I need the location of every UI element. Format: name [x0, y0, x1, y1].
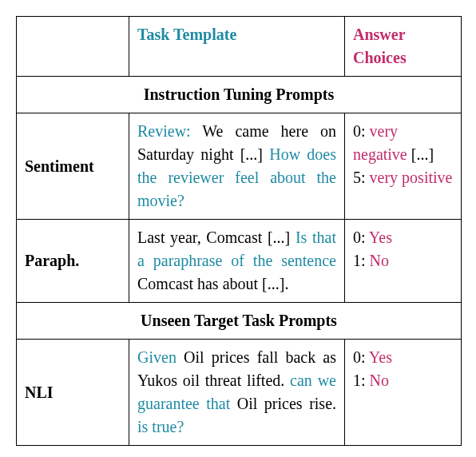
- section-title: Unseen Target Task Prompts: [17, 303, 461, 339]
- answer-index: 0:: [353, 228, 369, 246]
- answer-index: 5:: [353, 169, 370, 186]
- row-label-nli: NLI: [17, 340, 129, 445]
- answer-choice: 5: very positive: [353, 166, 453, 189]
- template-text: Last year, Comcast [...]: [137, 228, 296, 246]
- section-unseen-target: Unseen Target Task Prompts: [17, 302, 461, 339]
- answer-text: No: [370, 372, 389, 389]
- answer-text: Yes: [369, 228, 392, 246]
- template-text: Review:: [137, 122, 191, 140]
- template-text: Oil prices rise.: [230, 395, 336, 412]
- template-text: Comcast has about [...].: [137, 275, 288, 292]
- answer-choice: 0: Yes: [353, 226, 453, 249]
- row-label-paraph: Paraph.: [17, 220, 129, 302]
- row-label-sentiment: Sentiment: [17, 113, 129, 219]
- answer-index: 0:: [353, 348, 369, 366]
- answer-choice: 0: very negative [...]: [353, 120, 453, 166]
- answer-index: 0:: [353, 122, 370, 140]
- answer-ellipsis: [...]: [407, 145, 434, 163]
- header-answer-choices: Answer Choices: [344, 17, 461, 76]
- section-title: Instruction Tuning Prompts: [17, 77, 461, 113]
- answer-text: Yes: [369, 348, 392, 366]
- row-paraph: Paraph. Last year, Comcast [...] Is that…: [17, 219, 461, 302]
- task-template-paraph: Last year, Comcast [...] Is that a parap…: [129, 220, 344, 302]
- task-template-sentiment: Review: We came here on Saturday night […: [129, 113, 344, 219]
- task-template-nli: Given Oil prices fall back as Yukos oil …: [129, 340, 344, 445]
- section-instruction-tuning: Instruction Tuning Prompts: [17, 76, 461, 113]
- answer-text: No: [370, 252, 389, 269]
- header-blank: [17, 17, 129, 76]
- answer-text: very positive: [370, 169, 453, 186]
- answer-index: 1:: [353, 252, 370, 269]
- header-row: Task Template Answer Choices: [17, 17, 461, 76]
- answer-choices-sentiment: 0: very negative [...] 5: very positive: [344, 113, 461, 219]
- prompts-table: Task Template Answer Choices Instruction…: [16, 16, 462, 446]
- header-task-template: Task Template: [129, 17, 344, 76]
- template-text: Given: [137, 348, 177, 366]
- answer-index: 1:: [353, 372, 370, 389]
- row-nli: NLI Given Oil prices fall back as Yukos …: [17, 339, 461, 445]
- row-sentiment: Sentiment Review: We came here on Saturd…: [17, 113, 461, 219]
- answer-choice: 1: No: [353, 369, 453, 392]
- answer-choices-nli: 0: Yes 1: No: [344, 340, 461, 445]
- answer-choice: 1: No: [353, 249, 453, 272]
- answer-choices-paraph: 0: Yes 1: No: [344, 220, 461, 302]
- template-text: is true?: [137, 418, 184, 435]
- answer-choice: 0: Yes: [353, 346, 453, 369]
